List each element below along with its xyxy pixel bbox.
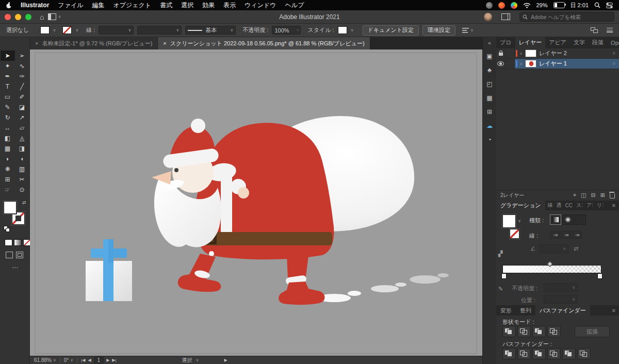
control-bar-menu-icon[interactable]	[607, 28, 613, 32]
selection-tool[interactable]: ➤	[1, 51, 15, 61]
unite-button[interactable]	[502, 326, 516, 337]
fill-color-caret[interactable]: ∨	[53, 28, 56, 32]
gradient-stop-right[interactable]	[597, 273, 602, 279]
tab-character[interactable]: 文字	[570, 37, 589, 48]
menu-app-name[interactable]: Illustrator	[21, 2, 49, 9]
zoom-dropdown[interactable]: 61.88% ∨	[34, 357, 56, 363]
tab-layers[interactable]: レイヤー	[515, 37, 546, 48]
last-artboard-button[interactable]: ▶|	[112, 358, 116, 362]
close-tab-icon[interactable]: ×	[35, 40, 38, 46]
layer-name[interactable]: レイヤー 2	[538, 49, 613, 57]
stroke-gradient-within-button[interactable]	[550, 231, 560, 239]
document-canvas[interactable]	[30, 49, 482, 356]
align-options-icon[interactable]: ∨	[462, 28, 474, 33]
cc-libraries-icon[interactable]: ☁	[486, 122, 493, 129]
gradient-tool[interactable]: ◨	[15, 143, 29, 154]
fill-proxy[interactable]	[4, 201, 17, 214]
stroke-gradient-along-button[interactable]	[561, 231, 571, 239]
tab-cc[interactable]: CC	[565, 203, 573, 208]
minus-back-button[interactable]	[577, 348, 591, 359]
expand-button[interactable]: 拡張	[575, 326, 610, 337]
help-search-input[interactable]	[530, 13, 611, 21]
minus-front-button[interactable]	[517, 326, 531, 337]
menu-view[interactable]: 表示	[223, 1, 236, 10]
gradient-stroke-proxy[interactable]	[510, 229, 519, 239]
shaper-tool[interactable]: ✎	[1, 102, 15, 112]
new-sublayer-icon[interactable]: ⊟	[591, 192, 596, 198]
close-tab-icon[interactable]: ×	[163, 40, 166, 46]
tab-gradient[interactable]: グラデーション	[496, 201, 545, 211]
gradient-panel-menu-icon[interactable]: ≡	[609, 201, 619, 211]
delete-layer-icon[interactable]	[610, 193, 615, 198]
home-icon[interactable]: ⌂	[40, 13, 44, 21]
type-tool[interactable]: T	[1, 81, 15, 92]
document-tab-screenshot[interactable]: × スクリーンショット 2022-09-18 0.56.05.png* @ 61…	[158, 37, 370, 49]
tab-transform[interactable]: 変形	[496, 305, 516, 316]
transform-panel-icon[interactable]: ⊞	[487, 108, 492, 115]
eyedropper-tool[interactable]: ◗	[1, 154, 15, 164]
brush-definition-dropdown[interactable]: ∨	[137, 26, 182, 35]
apple-menu-icon[interactable]	[6, 2, 12, 9]
scale-tool[interactable]: ↗	[15, 112, 29, 123]
status-app-icon-red[interactable]	[498, 2, 505, 9]
lasso-tool[interactable]: ∿	[15, 61, 29, 71]
preferences-button[interactable]: 環境設定	[422, 25, 455, 36]
artboard-number-field[interactable]: 1	[94, 357, 104, 363]
exclude-button[interactable]	[547, 326, 561, 337]
battery-icon[interactable]	[553, 2, 565, 8]
eraser-tool[interactable]: ◪	[15, 102, 29, 112]
gradient-opacity-dropdown[interactable]: ∨	[544, 283, 578, 292]
status-tool-label[interactable]: 選択	[182, 357, 192, 364]
clover-panel-icon[interactable]: ♣	[487, 67, 492, 74]
draw-normal-mode[interactable]	[6, 252, 13, 258]
default-fill-stroke-icon[interactable]	[4, 226, 10, 232]
angle-dropdown[interactable]: ∨	[540, 244, 568, 253]
tab-transparency[interactable]: 透	[557, 202, 562, 209]
document-setup-button[interactable]: ドキュメント設定	[363, 25, 419, 36]
expand-panels-icon[interactable]: «	[488, 40, 491, 46]
first-artboard-button[interactable]: |◀	[81, 358, 85, 362]
menu-window[interactable]: ウィンドウ	[245, 1, 276, 10]
paintbrush-tool[interactable]: ✐	[15, 92, 29, 102]
tab-swatches[interactable]: ス:	[576, 202, 583, 209]
tab-libraries[interactable]: リ:	[597, 202, 604, 209]
tab-appearance[interactable]: アピア	[545, 37, 570, 48]
intersect-button[interactable]	[532, 326, 546, 337]
column-graph-tool[interactable]: ▥	[15, 164, 29, 174]
direct-selection-tool[interactable]: ➢	[15, 51, 29, 61]
status-app-icon-multicolor[interactable]	[511, 2, 517, 9]
tab-paragraph[interactable]: 段落	[589, 37, 607, 48]
gradient-location-dropdown[interactable]: ∨	[544, 295, 578, 304]
gradient-fill-swatch[interactable]	[502, 214, 516, 228]
artboard-panel-icon[interactable]: ◰	[486, 80, 492, 88]
outline-button[interactable]	[562, 348, 576, 359]
menu-file[interactable]: ファイル	[58, 1, 83, 10]
opacity-dropdown[interactable]: 100%›	[272, 26, 301, 35]
wifi-icon[interactable]	[523, 3, 531, 8]
mesh-tool[interactable]: ▦	[1, 143, 15, 154]
disclosure-triangle-icon[interactable]: ›	[518, 51, 524, 56]
gradient-button[interactable]	[14, 239, 22, 246]
layer-target-icon[interactable]: ○	[613, 51, 615, 56]
menu-bar-clock[interactable]: 日 2:01	[571, 2, 589, 9]
symbol-sprayer-tool[interactable]: ❋	[1, 164, 15, 174]
stroke-width-dropdown[interactable]: ∨	[99, 26, 134, 35]
tab-pathfinder[interactable]: パスファインダー	[535, 305, 590, 316]
status-app-icon-gray[interactable]	[486, 2, 493, 9]
radial-gradient-button[interactable]	[562, 214, 574, 225]
disclosure-triangle-icon[interactable]: ›	[518, 61, 524, 67]
next-artboard-button[interactable]: ▶	[106, 358, 109, 362]
width-tool[interactable]: ↔	[1, 123, 15, 133]
shape-builder-tool[interactable]: ◧	[1, 133, 15, 143]
stroke-color-caret[interactable]: ∨	[75, 28, 78, 32]
style-caret[interactable]: ∨	[351, 28, 354, 32]
gradient-swatch-caret[interactable]: ∨	[518, 219, 521, 223]
gradient-stop-left[interactable]	[501, 273, 507, 279]
divide-button[interactable]	[502, 348, 516, 359]
blend-tool[interactable]: ◖	[15, 154, 29, 164]
stroke-gradient-across-button[interactable]	[572, 231, 581, 239]
tab-appearance-2[interactable]: ア:	[587, 202, 593, 209]
linear-gradient-button[interactable]	[550, 214, 561, 225]
shapes-panel-icon[interactable]: ▣	[486, 53, 492, 60]
layer-visibility-cell[interactable]	[496, 59, 506, 69]
